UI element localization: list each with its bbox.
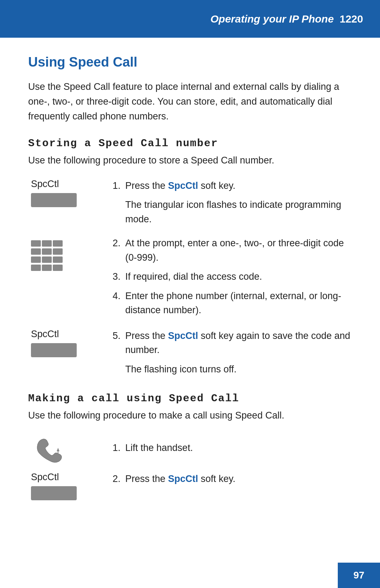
making-step2-left: SpcCtl [28,472,106,500]
header-bar: Operating your IP Phone 1220 [0,0,380,38]
making-step1-block: 1. Lift the handset. [28,434,352,465]
subsection2-title: Making a call using Speed Call [28,392,352,404]
step-text-2: At the prompt, enter a one-, two-, or th… [125,236,352,265]
step-number-4: 4. [113,289,125,317]
subsection-making: Making a call using Speed Call Use the f… [28,392,352,500]
step1-note: The triangular icon flashes to indicate … [113,198,352,226]
step-text-5: Press the SpcCtl soft key again to save … [125,329,352,357]
header-title-normal: Operating your IP Phone [210,13,334,25]
subsection2-intro: Use the following procedure to make a ca… [28,410,352,421]
footer-bar: 97 [338,563,380,588]
making-step-number-2: 2. [113,472,125,486]
key-2 [42,240,52,247]
subsection1-intro: Use the following procedure to store a S… [28,155,352,166]
step5-right: 5. Press the SpcCtl soft key again to sa… [106,329,352,380]
step-text-4: Enter the phone number (internal, extern… [125,289,352,317]
key-6 [53,248,63,255]
step-number-3: 3. [113,270,125,284]
header-title-bold: 1220 [340,13,363,25]
highlight-spcctl-3: SpcCtl [168,474,198,484]
step5-left: SpcCtl [28,329,106,380]
making-step-text-1: Lift the handset. [125,441,352,455]
step2-left [28,236,106,322]
step-number-2: 2. [113,236,125,265]
step2-4-right: 2. At the prompt, enter a one-, two-, or… [106,236,352,322]
intro-text: Use the Speed Call feature to place inte… [28,80,352,124]
page-number: 97 [353,570,364,581]
step5-block: SpcCtl 5. Press the SpcCtl soft key agai… [28,329,352,380]
spcctl-label-1: SpcCtl [31,179,59,190]
step-item-4: 4. Enter the phone number (internal, ext… [113,289,352,317]
making-step-item-2: 2. Press the SpcCtl soft key. [113,472,352,486]
key-9 [53,256,63,263]
svg-rect-1 [58,451,58,457]
step1-right: 1. Press the SpcCtl soft key. The triang… [106,179,352,230]
key-5 [42,248,52,255]
spcctl-label-3: SpcCtl [31,472,59,483]
step1-block: SpcCtl 1. Press the SpcCtl soft key. The… [28,179,352,230]
key-1 [31,240,41,247]
subsection-storing: Storing a Speed Call number Use the foll… [28,137,352,380]
highlight-spcctl-2: SpcCtl [168,330,198,341]
step-item-3: 3. If required, dial the access code. [113,270,352,284]
making-step-number-1: 1. [113,441,125,455]
step1-left: SpcCtl [28,179,106,230]
keypad-icon [31,240,66,272]
step-item-5: 5. Press the SpcCtl soft key again to sa… [113,329,352,357]
step-text-3: If required, dial the access code. [125,270,352,284]
making-step-text-2: Press the SpcCtl soft key. [125,472,352,486]
soft-key-button-1 [31,193,77,207]
step2-4-block: 2. At the prompt, enter a one-, two-, or… [28,236,352,322]
step-number-5: 5. [113,329,125,357]
making-step-item-1: 1. Lift the handset. [113,441,352,455]
step-item-1: 1. Press the SpcCtl soft key. [113,179,352,193]
keypad-grid [31,240,66,272]
key-hash [53,265,63,271]
making-step2-block: SpcCtl 2. Press the SpcCtl soft key. [28,472,352,500]
making-step1-right: 1. Lift the handset. [106,434,352,465]
soft-key-button-2 [31,343,77,357]
making-step2-right: 2. Press the SpcCtl soft key. [106,472,352,500]
step-number-1: 1. [113,179,125,193]
key-7 [31,256,41,263]
step5-note: The flashing icon turns off. [113,362,352,377]
section-title: Using Speed Call [28,55,352,70]
step-text-1: Press the SpcCtl soft key. [125,179,352,193]
key-0 [42,265,52,271]
step-item-2: 2. At the prompt, enter a one-, two-, or… [113,236,352,265]
soft-key-button-3 [31,486,77,500]
header-title: Operating your IP Phone 1220 [210,13,363,25]
handset-svg [33,435,71,464]
key-4 [31,248,41,255]
key-star [31,265,41,271]
making-step1-left [28,434,106,465]
main-content: Using Speed Call Use the Speed Call feat… [0,38,380,534]
key-8 [42,256,52,263]
svg-marker-0 [57,448,59,451]
key-3 [53,240,63,247]
spcctl-label-2: SpcCtl [31,329,59,340]
handset-icon [31,434,73,465]
highlight-spcctl-1: SpcCtl [168,180,198,191]
subsection1-title: Storing a Speed Call number [28,137,352,149]
